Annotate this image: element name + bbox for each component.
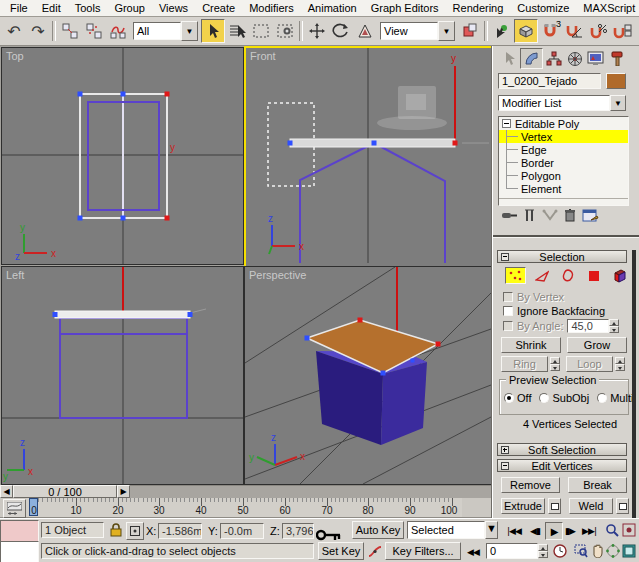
object-color-swatch[interactable] [606,73,626,89]
time-slider-prev-button[interactable]: ◀ [0,485,13,498]
go-to-end-button[interactable]: ▶▶| [581,523,597,539]
display-tab[interactable] [585,49,606,68]
preview-subobj-radio[interactable] [539,393,549,403]
viewport-left[interactable]: Left z y x [1,266,244,485]
show-end-result-button[interactable] [524,208,536,223]
polygon-subobject-button[interactable] [583,267,604,284]
pan-view-button[interactable] [589,543,605,559]
soft-selection-rollout-header[interactable]: Soft Selection [497,443,627,456]
stack-item-label[interactable]: Border [521,157,554,169]
collapse-minus-icon[interactable] [502,119,511,128]
viewport-front[interactable]: Front y z x [244,46,495,269]
reference-coordinate-dropdown-arrow[interactable]: ▼ [438,21,455,41]
edge-subobject-button[interactable] [531,267,552,284]
menu-create[interactable]: Create [195,1,242,15]
modifier-list-dropdown-arrow[interactable]: ▼ [610,95,626,111]
menu-views[interactable]: Views [152,1,195,15]
selection-lock-toggle[interactable] [108,522,124,538]
menu-graph-editors[interactable]: Graph Editors [364,1,446,15]
time-slider-handle[interactable]: 0 / 100 [13,485,117,498]
by-angle-spinner[interactable] [609,319,619,333]
select-and-scale-button[interactable] [353,19,377,43]
pin-stack-button[interactable] [501,208,518,223]
min-max-toggle-button[interactable] [621,543,637,559]
play-button[interactable]: ▶ [545,522,563,540]
rectangular-selection-region-button[interactable] [249,19,273,43]
arc-rotate-button[interactable] [605,543,621,559]
loop-spinner[interactable] [615,357,625,371]
utilities-tab[interactable] [606,49,627,68]
set-key-button[interactable]: Set Key [318,542,364,560]
bind-to-space-warp-button[interactable] [106,19,130,43]
previous-frame-button[interactable]: ◀▮ [527,523,543,539]
stack-item-label[interactable]: Vertex [521,131,552,143]
z-coord-field[interactable]: 3,796m [282,523,314,539]
default-tangent-button[interactable] [367,543,383,559]
selection-filter-value[interactable]: All [133,22,181,40]
x-coord-field[interactable]: -1.586m [158,523,202,539]
viewport-top-label[interactable]: Top [6,50,24,62]
stack-item-label[interactable]: Edge [521,144,547,156]
reference-coordinate-value[interactable]: View [380,22,438,40]
select-object-button[interactable] [201,19,225,43]
use-pivot-point-center-button[interactable] [458,19,482,43]
menu-tools[interactable]: Tools [68,1,108,15]
maxscript-listener-script-pane[interactable] [0,541,39,562]
configure-modifier-sets-button[interactable] [582,208,599,223]
ring-spinner[interactable] [550,357,560,371]
border-subobject-button[interactable] [557,267,578,284]
menu-animation[interactable]: Animation [301,1,364,15]
y-coord-field[interactable]: -0.0m [220,523,264,539]
extrude-settings-button[interactable] [548,498,561,514]
time-slider-next-button[interactable]: ▶ [117,485,130,498]
redo-button[interactable]: ↷ [26,19,50,43]
ring-button[interactable]: Ring [501,356,548,372]
selection-filter-dropdown-arrow[interactable]: ▼ [181,21,198,41]
key-mode-toggle[interactable]: ◀◀ [465,544,481,560]
time-configuration-button[interactable] [552,543,568,559]
object-name-field[interactable]: 1_0200_Tejado [498,73,601,89]
create-tab[interactable] [499,49,520,68]
stack-item-element[interactable]: Element [499,182,628,195]
maxscript-listener-macro-pane[interactable] [0,520,39,543]
command-panel-scrollbar[interactable] [632,250,636,518]
time-slider-track[interactable] [130,485,492,498]
snaps-toggle-3-button[interactable]: 3 [538,19,562,43]
key-filters-button[interactable]: Key Filters... [385,542,461,560]
zoom-region-button[interactable] [573,543,589,559]
motion-tab[interactable] [564,49,585,68]
stack-item-polygon[interactable]: Polygon [499,169,628,182]
select-and-rotate-button[interactable] [329,19,353,43]
grow-button[interactable]: Grow [567,337,627,353]
stack-root-label[interactable]: Editable Poly [515,118,579,130]
by-vertex-checkbox[interactable] [503,292,513,302]
by-angle-field[interactable]: 45,0 [567,319,609,333]
percent-snap-toggle-button[interactable] [586,19,610,43]
menu-maxscript[interactable]: MAXScript [576,1,639,15]
menu-modifiers[interactable]: Modifiers [242,1,301,15]
element-subobject-button[interactable] [609,267,630,284]
menu-rendering[interactable]: Rendering [446,1,511,15]
stack-item-vertex[interactable]: Vertex [499,130,628,143]
menu-file[interactable]: File [3,1,35,15]
snaps-toggle-button[interactable] [514,19,538,43]
viewport-front-label[interactable]: Front [250,50,276,62]
weld-button[interactable]: Weld [569,498,613,514]
edit-vertices-rollout-header[interactable]: Edit Vertices [497,459,627,472]
hierarchy-tab[interactable] [543,49,564,68]
preview-multi-radio[interactable] [597,393,607,403]
modifier-list-dropdown[interactable]: Modifier List [498,95,610,111]
spinner-snap-toggle-button[interactable] [610,19,634,43]
go-to-start-button[interactable]: |◀◀ [506,523,522,539]
make-unique-button[interactable] [542,208,558,223]
menu-edit[interactable]: Edit [35,1,68,15]
zoom-viewport-button[interactable] [604,522,620,538]
stack-item-border[interactable]: Border [499,156,628,169]
viewport-perspective[interactable]: Perspective z x [244,266,492,485]
absolute-mode-transform-toggle[interactable] [126,522,144,540]
select-and-link-button[interactable] [58,19,82,43]
viewport-left-label[interactable]: Left [6,269,24,281]
key-filter-value[interactable]: Selected [407,521,485,539]
key-filter-dropdown-arrow[interactable]: ▼ [485,521,498,539]
stack-item-label[interactable]: Polygon [521,170,561,182]
